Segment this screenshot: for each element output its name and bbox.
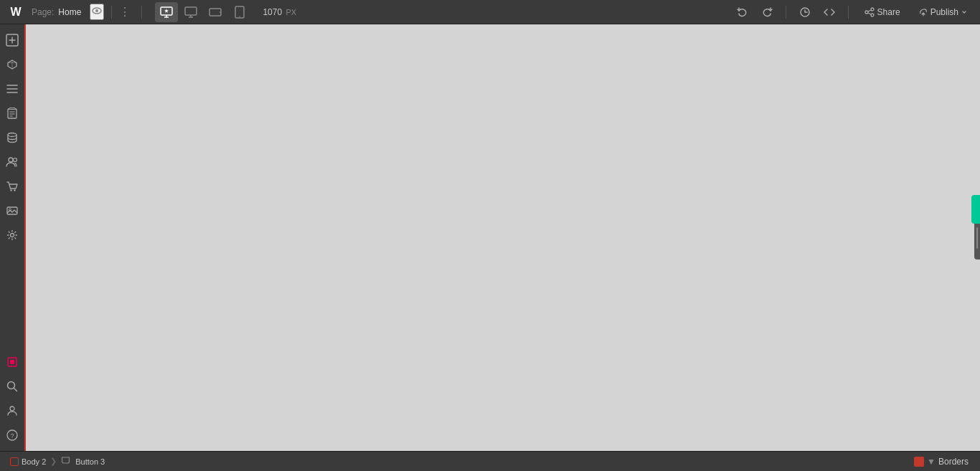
undo-icon (737, 6, 748, 18)
main-area: ? (0, 24, 980, 451)
toolbar-right: Share Publish (732, 2, 974, 22)
svg-line-41 (14, 389, 17, 391)
top-toolbar: W Page: Home ⋮ (0, 0, 980, 24)
handle-line (976, 227, 978, 249)
svg-line-18 (867, 13, 870, 14)
cart-icon (6, 181, 18, 192)
svg-point-12 (240, 16, 241, 17)
settings-icon (6, 229, 18, 241)
svg-text:?: ? (10, 432, 14, 439)
svg-point-16 (871, 14, 874, 16)
device-monitor[interactable] (179, 2, 202, 22)
svg-marker-5 (164, 9, 169, 13)
svg-point-42 (10, 406, 14, 411)
sidebar-add-button[interactable] (1, 29, 24, 52)
svg-point-33 (10, 189, 11, 191)
sidebar-help-button[interactable]: ? (1, 424, 24, 447)
publish-icon (919, 8, 928, 16)
preview-icon[interactable] (90, 4, 104, 20)
svg-point-34 (14, 189, 15, 191)
breadcrumb-chevron-1: ❯ (50, 457, 57, 466)
publish-chevron-icon (961, 9, 967, 15)
svg-point-10 (220, 11, 221, 13)
sidebar-ecommerce-button[interactable] (1, 175, 24, 198)
sidebar-data-button[interactable] (1, 126, 24, 149)
page-info: Page: Home (32, 7, 81, 17)
body-breadcrumb-label: Body 2 (22, 457, 46, 466)
monitor-svg (184, 6, 197, 18)
add-icon (6, 34, 19, 47)
canvas-content (26, 24, 980, 451)
body-breadcrumb-icon (10, 457, 19, 466)
undo-button[interactable] (732, 2, 753, 22)
svg-rect-39 (10, 360, 14, 364)
record-icon (7, 357, 17, 367)
sidebar-settings-button[interactable] (1, 224, 24, 247)
device-desktop-star[interactable] (155, 2, 178, 22)
search-icon (6, 381, 18, 392)
logo[interactable]: W (6, 2, 26, 22)
borders-collapse-arrow[interactable]: ▼ (927, 457, 936, 467)
publish-label: Publish (930, 7, 958, 17)
sidebar-pages-button[interactable] (1, 102, 24, 125)
bottom-bar: Body 2 ❯ Button 3 ▼ Borders (0, 451, 980, 471)
svg-rect-9 (209, 9, 221, 16)
breadcrumb-body[interactable]: Body 2 (6, 456, 50, 467)
bottom-right-panel: ▼ Borders (914, 457, 974, 467)
sidebar-sections-button[interactable] (1, 77, 24, 100)
green-tab[interactable] (971, 195, 980, 224)
share-button[interactable]: Share (857, 4, 908, 20)
svg-point-15 (865, 11, 868, 14)
sidebar-bottom: ? (1, 351, 24, 447)
sep-4 (848, 6, 849, 19)
code-button[interactable] (819, 2, 839, 22)
redo-icon (761, 6, 773, 18)
svg-point-1 (95, 9, 98, 12)
share-icon (864, 7, 875, 17)
svg-point-30 (8, 133, 17, 137)
sidebar-media-button[interactable] (1, 199, 24, 222)
sidebar-search-button[interactable] (1, 375, 24, 398)
redo-button[interactable] (757, 2, 777, 22)
history-button[interactable] (795, 2, 815, 22)
svg-rect-6 (185, 7, 197, 15)
help-icon: ? (6, 429, 18, 441)
page-label: Page: (32, 7, 54, 17)
data-icon (6, 132, 18, 143)
svg-point-32 (14, 158, 17, 162)
svg-point-14 (871, 8, 874, 11)
svg-rect-35 (7, 207, 17, 214)
button-breadcrumb-label: Button 3 (75, 457, 105, 466)
sidebar-elements-button[interactable] (1, 53, 24, 76)
sidebar-users-button[interactable] (1, 151, 24, 173)
px-value: 1070 PX (263, 7, 296, 17)
tablet-portrait-svg (235, 6, 245, 19)
tablet-landscape-svg (209, 6, 222, 18)
more-options[interactable]: ⋮ (119, 5, 131, 19)
share-label: Share (877, 7, 900, 17)
svg-rect-29 (9, 108, 15, 110)
pages-icon (7, 108, 17, 119)
sidebar-community-button[interactable] (1, 399, 24, 422)
canvas-area[interactable] (26, 24, 980, 451)
page-name[interactable]: Home (58, 7, 81, 17)
borders-label: Borders (938, 457, 969, 467)
breadcrumb-button[interactable]: Button 3 (57, 455, 109, 467)
device-group (155, 2, 251, 22)
red-indicator (914, 457, 924, 467)
desktop-star-svg (160, 6, 173, 18)
button-breadcrumb-icon (61, 457, 70, 466)
cube-icon (6, 59, 18, 70)
sidebar-record-button[interactable] (1, 351, 24, 374)
svg-line-17 (867, 10, 870, 11)
sep-1 (111, 6, 112, 19)
device-tablet-portrait[interactable] (228, 2, 251, 22)
sections-icon (6, 84, 18, 94)
svg-point-31 (9, 158, 13, 162)
eye-svg (91, 5, 103, 16)
media-icon (6, 205, 18, 217)
users-icon (6, 157, 19, 167)
device-tablet-landscape[interactable] (204, 2, 227, 22)
sep-3 (786, 6, 786, 19)
publish-button[interactable]: Publish (912, 4, 974, 20)
